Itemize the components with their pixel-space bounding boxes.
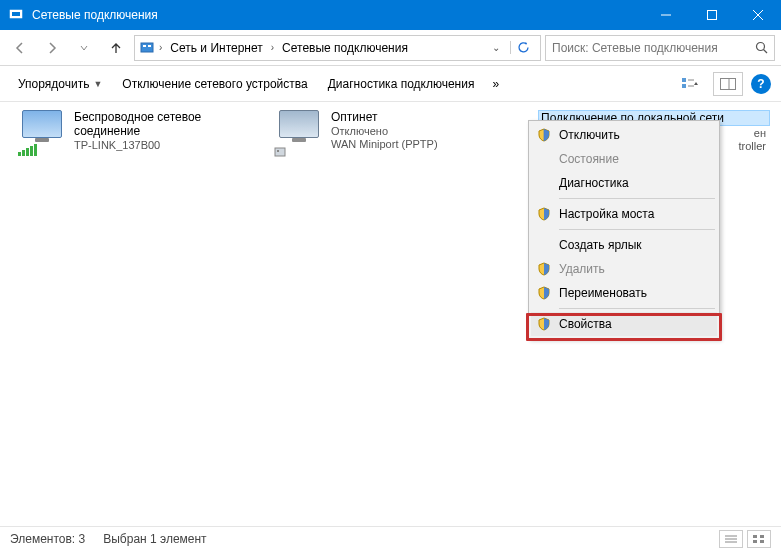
ctx-separator <box>559 229 715 230</box>
svg-rect-3 <box>708 11 717 20</box>
status-selected: Выбран 1 элемент <box>103 532 206 546</box>
svg-rect-25 <box>760 540 764 543</box>
network-item-optinet[interactable]: Оптинет Отключено WAN Miniport (PPTP) <box>275 110 515 150</box>
svg-rect-15 <box>721 78 736 89</box>
minimize-button[interactable] <box>643 0 689 30</box>
content-area: Беспроводное сетевое соединение TP-LINK_… <box>0 102 781 526</box>
chevron-down-icon: ▼ <box>93 79 102 89</box>
breadcrumb-root[interactable]: Сеть и Интернет <box>166 36 266 60</box>
ctx-shortcut[interactable]: Создать ярлык <box>531 233 717 257</box>
refresh-button[interactable] <box>510 41 536 54</box>
svg-rect-7 <box>143 45 146 47</box>
toolbar: Упорядочить ▼ Отключение сетевого устрой… <box>0 66 781 102</box>
ctx-label: Удалить <box>559 262 605 276</box>
toolbar-overflow-icon[interactable]: » <box>486 77 505 91</box>
wan-icon <box>275 110 323 150</box>
disable-label: Отключение сетевого устройства <box>122 77 307 91</box>
svg-rect-11 <box>682 78 686 82</box>
shield-icon <box>537 317 551 331</box>
control-panel-icon <box>139 40 155 56</box>
ctx-label: Диагностика <box>559 176 629 190</box>
svg-point-9 <box>757 43 765 51</box>
ctx-label: Состояние <box>559 152 619 166</box>
ctx-label: Переименовать <box>559 286 647 300</box>
view-options-button[interactable] <box>675 72 705 96</box>
chevron-right-icon[interactable]: › <box>269 42 276 53</box>
ctx-diagnose[interactable]: Диагностика <box>531 171 717 195</box>
ctx-separator <box>559 308 715 309</box>
diagnose-label: Диагностика подключения <box>328 77 475 91</box>
chevron-right-icon[interactable]: › <box>157 42 164 53</box>
maximize-button[interactable] <box>689 0 735 30</box>
status-bar: Элементов: 3 Выбран 1 элемент <box>0 526 781 551</box>
nav-up-button[interactable] <box>102 34 130 62</box>
diagnose-button[interactable]: Диагностика подключения <box>320 73 483 95</box>
ctx-delete: Удалить <box>531 257 717 281</box>
connection-status: Отключено <box>331 125 438 137</box>
nav-forward-button[interactable] <box>38 34 66 62</box>
ctx-label: Настройка моста <box>559 207 654 221</box>
svg-line-10 <box>764 50 768 54</box>
wireless-icon <box>18 110 66 150</box>
ctx-label: Свойства <box>559 317 612 331</box>
search-placeholder: Поиск: Сетевые подключения <box>552 41 755 55</box>
ctx-bridge[interactable]: Настройка моста <box>531 202 717 226</box>
nav-history-dropdown[interactable] <box>70 34 98 62</box>
svg-rect-6 <box>141 43 153 52</box>
address-bar: › Сеть и Интернет › Сетевые подключения … <box>0 30 781 66</box>
svg-rect-22 <box>753 535 757 538</box>
nav-back-button[interactable] <box>6 34 34 62</box>
breadcrumb[interactable]: › Сеть и Интернет › Сетевые подключения … <box>134 35 541 61</box>
ctx-status: Состояние <box>531 147 717 171</box>
ctx-properties[interactable]: Свойства <box>531 312 717 336</box>
details-view-button[interactable] <box>719 530 743 548</box>
preview-pane-button[interactable] <box>713 72 743 96</box>
svg-rect-23 <box>760 535 764 538</box>
ctx-label: Отключить <box>559 128 620 142</box>
window-title: Сетевые подключения <box>32 8 643 22</box>
icons-view-button[interactable] <box>747 530 771 548</box>
status-count: Элементов: 3 <box>10 532 85 546</box>
connection-ssid: TP-LINK_137B00 <box>74 139 258 151</box>
close-button[interactable] <box>735 0 781 30</box>
disable-device-button[interactable]: Отключение сетевого устройства <box>114 73 315 95</box>
context-menu: Отключить Состояние Диагностика Настройк… <box>528 120 720 339</box>
svg-rect-17 <box>275 148 285 156</box>
connection-name: Оптинет <box>331 110 438 124</box>
search-input[interactable]: Поиск: Сетевые подключения <box>545 35 775 61</box>
ctx-separator <box>559 198 715 199</box>
svg-rect-18 <box>277 150 279 152</box>
svg-rect-24 <box>753 540 757 543</box>
search-icon <box>755 41 768 54</box>
connection-name: Беспроводное сетевое соединение <box>74 110 258 138</box>
shield-icon <box>537 207 551 221</box>
titlebar: Сетевые подключения <box>0 0 781 30</box>
connection-device: WAN Miniport (PPTP) <box>331 138 438 150</box>
help-button[interactable]: ? <box>751 74 771 94</box>
organize-label: Упорядочить <box>18 77 89 91</box>
shield-icon <box>537 262 551 276</box>
svg-rect-1 <box>12 12 20 16</box>
svg-rect-12 <box>682 84 686 88</box>
network-item-wireless[interactable]: Беспроводное сетевое соединение TP-LINK_… <box>18 110 258 151</box>
ctx-label: Создать ярлык <box>559 238 642 252</box>
app-icon <box>8 7 24 23</box>
ctx-rename[interactable]: Переименовать <box>531 281 717 305</box>
svg-rect-8 <box>148 45 151 47</box>
shield-icon <box>537 286 551 300</box>
ctx-disable[interactable]: Отключить <box>531 123 717 147</box>
breadcrumb-leaf[interactable]: Сетевые подключения <box>278 36 412 60</box>
breadcrumb-dropdown-icon[interactable]: ⌄ <box>486 42 506 53</box>
shield-icon <box>537 128 551 142</box>
organize-button[interactable]: Упорядочить ▼ <box>10 73 110 95</box>
